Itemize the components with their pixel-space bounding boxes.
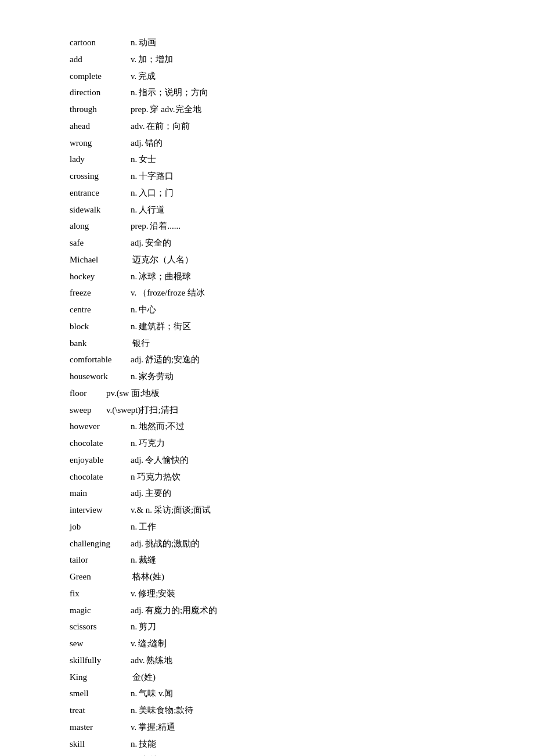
- vocab-item: chocolaten巧克力热饮: [70, 469, 464, 485]
- vocab-word: challenging: [70, 536, 131, 552]
- vocab-word: King: [70, 669, 131, 686]
- vocab-definition: 人行道: [139, 205, 165, 214]
- vocab-pos: n.: [131, 422, 137, 431]
- vocab-pos: n.: [131, 705, 137, 715]
- vocab-definition: 缝;缝制: [138, 639, 167, 648]
- vocab-definition: 裁缝: [139, 555, 156, 564]
- vocab-pos: n.: [131, 154, 137, 164]
- vocab-item: fixv.修理;安装: [70, 586, 464, 602]
- vocab-word: fix: [70, 586, 131, 602]
- vocab-pos: prep.: [131, 221, 148, 231]
- vocab-word: Green: [70, 569, 131, 585]
- vocab-item: treatn.美味食物;款待: [70, 703, 464, 719]
- vocab-pos: n.: [131, 739, 137, 748]
- vocab-definition: 完成: [138, 71, 156, 81]
- vocab-item: safeadj.安全的: [70, 235, 464, 251]
- vocab-item: directionn.指示；说明；方向: [70, 85, 464, 101]
- vocab-word: truth: [70, 753, 131, 756]
- vocab-definition: 十字路口: [139, 171, 174, 181]
- vocab-definition: 金(姓): [132, 672, 156, 682]
- vocab-definition: （froze/froze 结冰: [138, 288, 205, 297]
- vocab-word: sweep: [70, 402, 104, 419]
- vocab-word: bank: [70, 336, 131, 352]
- vocab-pos: v.& n.: [131, 505, 152, 514]
- vocab-word: through: [70, 102, 131, 118]
- vocab-pos: n.: [131, 205, 137, 214]
- vocab-word: tailor: [70, 552, 131, 568]
- vocab-definition: 冰球；曲棍球: [139, 272, 191, 281]
- vocabulary-list: cartoonn.动画addv.加；增加completev.完成directio…: [0, 0, 534, 756]
- vocab-definition: 舒适的;安逸的: [145, 355, 200, 364]
- vocab-item: interviewv.& n.采访;面谈;面试: [70, 502, 464, 519]
- vocab-word: however: [70, 419, 131, 435]
- vocab-item: skilln.技能: [70, 736, 464, 753]
- vocab-word: skill: [70, 736, 131, 753]
- vocab-item: sidewalkn.人行道: [70, 202, 464, 218]
- vocab-definition: 剪刀: [139, 622, 156, 631]
- vocab-pos: v.: [131, 722, 136, 732]
- vocab-item: challengingadj.挑战的;激励的: [70, 536, 464, 552]
- vocab-pos: n.: [131, 188, 137, 197]
- vocab-pos: adj.: [131, 539, 143, 548]
- vocab-word: scissors: [70, 619, 131, 635]
- vocab-item: masterv.掌握;精通: [70, 719, 464, 736]
- vocab-pos: adj.: [131, 138, 143, 147]
- vocab-item: mainadj.主要的: [70, 485, 464, 502]
- vocab-item: chocolaten.巧克力: [70, 435, 464, 452]
- vocab-definition: 熟练地: [146, 656, 172, 665]
- vocab-word: master: [70, 719, 131, 736]
- vocab-definition: 格林(姓): [132, 572, 164, 581]
- vocab-definition: 修理;安装: [138, 589, 175, 598]
- vocab-word: main: [70, 485, 131, 502]
- vocab-definition: 家务劳动: [139, 372, 174, 381]
- vocab-definition: 入口；门: [139, 188, 174, 197]
- vocab-item: truthn.;实情: [70, 753, 464, 756]
- vocab-word: direction: [70, 85, 131, 101]
- vocab-word: housework: [70, 369, 131, 385]
- vocab-item: Green格林(姓): [70, 569, 464, 585]
- vocab-definition: 加；增加: [138, 55, 173, 64]
- vocab-pos: n.: [131, 88, 137, 97]
- vocab-pos: adj.: [131, 606, 143, 615]
- vocab-item: completev.完成: [70, 69, 464, 85]
- vocab-pos: v.: [131, 639, 136, 648]
- vocab-item: King金(姓): [70, 669, 464, 686]
- vocab-pos: n.: [131, 322, 137, 331]
- vocab-word: cartoon: [70, 35, 131, 51]
- vocab-item: wrongadj.错的: [70, 135, 464, 152]
- vocab-definition: 有魔力的;用魔术的: [145, 606, 217, 615]
- vocab-word: interview: [70, 502, 131, 519]
- vocab-pos: n.: [131, 272, 137, 281]
- vocab-pos: adj.: [131, 355, 143, 364]
- vocab-definition: 指示；说明；方向: [139, 88, 208, 97]
- vocab-pos: v.: [131, 288, 136, 297]
- vocab-word: block: [70, 319, 131, 335]
- vocab-word: freeze: [70, 285, 131, 301]
- vocab-word: complete: [70, 69, 131, 85]
- vocab-pos: n.: [131, 438, 137, 448]
- vocab-definition: 中心: [139, 305, 156, 314]
- vocab-pos: adv.: [131, 656, 145, 665]
- vocab-definition: 采访;面谈;面试: [154, 505, 211, 514]
- vocab-word: add: [70, 52, 131, 68]
- vocab-pos: n: [131, 472, 135, 481]
- vocab-definition: 挑战的;激励的: [145, 539, 200, 548]
- vocab-definition: 地然而;不过: [139, 422, 185, 431]
- vocab-item: aheadadv.在前；向前: [70, 118, 464, 135]
- vocab-definition: 巧克力热饮: [137, 472, 181, 481]
- vocab-word: along: [70, 218, 131, 235]
- vocab-pos: n.: [131, 171, 137, 181]
- vocab-item: smelln.气味 v.闻: [70, 686, 464, 702]
- vocab-pos: adv.: [131, 121, 145, 131]
- vocab-definition: 女士: [139, 154, 156, 164]
- vocab-item: centren.中心: [70, 302, 464, 318]
- vocab-word: Michael: [70, 252, 131, 268]
- vocab-definition: 迈克尔（人名）: [132, 255, 193, 264]
- vocab-item: comfortableadj.舒适的;安逸的: [70, 352, 464, 368]
- vocab-item: freezev.（froze/froze 结冰: [70, 285, 464, 301]
- vocab-word: hockey: [70, 269, 131, 285]
- vocab-pos: v.: [131, 71, 136, 81]
- vocab-pos: n.: [131, 522, 137, 531]
- vocab-word: floor: [70, 386, 104, 402]
- vocab-word: chocolate: [70, 435, 131, 452]
